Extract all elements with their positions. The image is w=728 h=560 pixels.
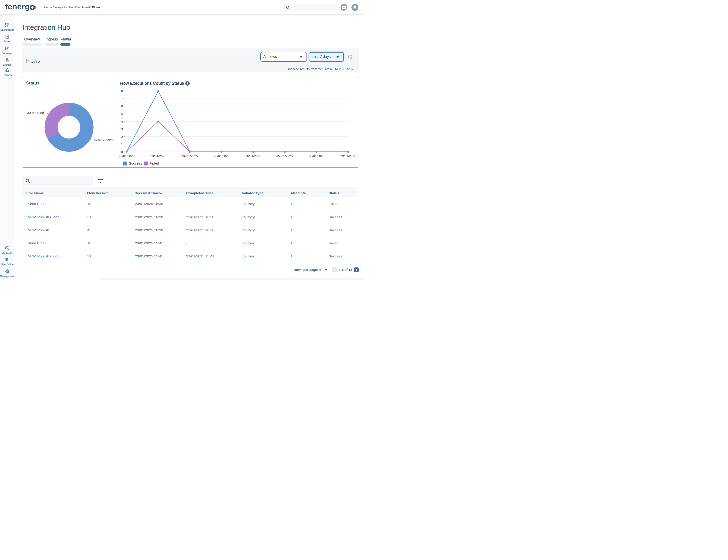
svg-text:29/01/2025: 29/01/2025 <box>340 154 356 158</box>
svg-text:5: 5 <box>121 112 123 116</box>
svg-text:28/01/2025: 28/01/2025 <box>309 154 324 158</box>
svg-text:Failed: Failed <box>149 161 159 165</box>
svg-text:22/01/2025: 22/01/2025 <box>119 154 135 158</box>
svg-text:0: 0 <box>121 150 123 154</box>
svg-text:2: 2 <box>121 135 123 138</box>
svg-text:24/01/2025: 24/01/2025 <box>182 154 198 158</box>
svg-text:33% Failed: 33% Failed <box>27 111 44 115</box>
svg-text:67% Success: 67% Success <box>94 138 114 142</box>
svg-text:23/01/2025: 23/01/2025 <box>150 154 166 158</box>
svg-text:6: 6 <box>121 105 123 108</box>
svg-text:Success: Success <box>129 161 142 165</box>
svg-text:27/01/2025: 27/01/2025 <box>277 154 293 158</box>
svg-text:7: 7 <box>121 97 123 101</box>
svg-text:25/01/2025: 25/01/2025 <box>214 154 229 158</box>
svg-text:8: 8 <box>121 89 123 93</box>
svg-text:26/01/2025: 26/01/2025 <box>245 154 261 158</box>
svg-text:1: 1 <box>121 142 123 146</box>
svg-text:3: 3 <box>121 127 123 131</box>
svg-text:fenerg: fenerg <box>5 2 30 11</box>
svg-text:4: 4 <box>121 120 123 123</box>
